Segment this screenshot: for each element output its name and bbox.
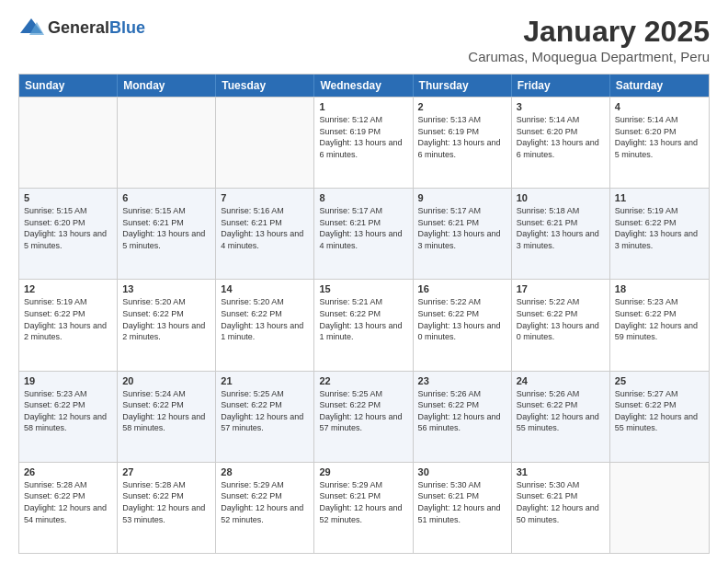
cell-info: Sunrise: 5:30 AM Sunset: 6:21 PM Dayligh… (418, 479, 506, 525)
calendar-cell-day-14: 14Sunrise: 5:20 AM Sunset: 6:22 PM Dayli… (216, 280, 314, 370)
calendar-cell-empty (216, 98, 314, 188)
cell-info: Sunrise: 5:29 AM Sunset: 6:22 PM Dayligh… (221, 479, 309, 525)
calendar-cell-day-31: 31Sunrise: 5:30 AM Sunset: 6:21 PM Dayli… (512, 463, 610, 553)
day-number: 28 (221, 466, 309, 477)
calendar-cell-day-22: 22Sunrise: 5:25 AM Sunset: 6:22 PM Dayli… (314, 372, 413, 462)
logo-blue: Blue (109, 18, 145, 37)
day-number: 8 (319, 192, 407, 203)
day-number: 24 (517, 375, 605, 386)
calendar-cell-empty (610, 463, 709, 553)
header-day-wednesday: Wednesday (314, 75, 413, 97)
page: GeneralBlue January 2025 Carumas, Moqueg… (0, 0, 728, 563)
calendar-cell-day-5: 5Sunrise: 5:15 AM Sunset: 6:20 PM Daylig… (19, 189, 118, 279)
day-number: 14 (221, 283, 309, 294)
calendar-cell-day-21: 21Sunrise: 5:25 AM Sunset: 6:22 PM Dayli… (216, 372, 314, 462)
cell-info: Sunrise: 5:24 AM Sunset: 6:22 PM Dayligh… (122, 388, 210, 434)
day-number: 16 (418, 283, 506, 294)
day-number: 21 (221, 375, 309, 386)
logo: GeneralBlue (18, 15, 145, 40)
cell-info: Sunrise: 5:26 AM Sunset: 6:22 PM Dayligh… (418, 388, 506, 434)
day-number: 15 (319, 283, 407, 294)
calendar-cell-day-13: 13Sunrise: 5:20 AM Sunset: 6:22 PM Dayli… (118, 280, 216, 370)
day-number: 20 (122, 375, 210, 386)
day-number: 25 (615, 375, 704, 386)
header-day-monday: Monday (118, 75, 216, 97)
cell-info: Sunrise: 5:19 AM Sunset: 6:22 PM Dayligh… (24, 296, 112, 342)
calendar-cell-empty (118, 98, 216, 188)
cell-info: Sunrise: 5:16 AM Sunset: 6:21 PM Dayligh… (221, 205, 309, 251)
calendar-cell-day-8: 8Sunrise: 5:17 AM Sunset: 6:21 PM Daylig… (314, 189, 413, 279)
day-number: 17 (517, 283, 605, 294)
day-number: 11 (615, 192, 704, 203)
calendar-row-2: 5Sunrise: 5:15 AM Sunset: 6:20 PM Daylig… (19, 188, 709, 279)
day-number: 26 (24, 466, 112, 477)
calendar-cell-day-19: 19Sunrise: 5:23 AM Sunset: 6:22 PM Dayli… (19, 372, 118, 462)
calendar-row-1: 1Sunrise: 5:12 AM Sunset: 6:19 PM Daylig… (19, 97, 709, 188)
day-number: 13 (122, 283, 210, 294)
day-number: 3 (517, 101, 605, 112)
calendar-cell-day-11: 11Sunrise: 5:19 AM Sunset: 6:22 PM Dayli… (610, 189, 709, 279)
calendar-cell-day-4: 4Sunrise: 5:14 AM Sunset: 6:20 PM Daylig… (610, 98, 709, 188)
cell-info: Sunrise: 5:28 AM Sunset: 6:22 PM Dayligh… (122, 479, 210, 525)
header-day-saturday: Saturday (610, 75, 709, 97)
calendar-cell-day-24: 24Sunrise: 5:26 AM Sunset: 6:22 PM Dayli… (512, 372, 610, 462)
cell-info: Sunrise: 5:22 AM Sunset: 6:22 PM Dayligh… (418, 296, 506, 342)
calendar-cell-day-29: 29Sunrise: 5:29 AM Sunset: 6:21 PM Dayli… (314, 463, 413, 553)
calendar-cell-day-12: 12Sunrise: 5:19 AM Sunset: 6:22 PM Dayli… (19, 280, 118, 370)
day-number: 6 (122, 192, 210, 203)
cell-info: Sunrise: 5:26 AM Sunset: 6:22 PM Dayligh… (517, 388, 605, 434)
cell-info: Sunrise: 5:30 AM Sunset: 6:21 PM Dayligh… (517, 479, 605, 525)
header: GeneralBlue January 2025 Carumas, Moqueg… (18, 15, 710, 64)
day-number: 4 (615, 101, 704, 112)
day-number: 29 (319, 466, 407, 477)
cell-info: Sunrise: 5:15 AM Sunset: 6:21 PM Dayligh… (122, 205, 210, 251)
cell-info: Sunrise: 5:14 AM Sunset: 6:20 PM Dayligh… (517, 114, 605, 160)
calendar-cell-day-10: 10Sunrise: 5:18 AM Sunset: 6:21 PM Dayli… (512, 189, 610, 279)
day-number: 18 (615, 283, 704, 294)
cell-info: Sunrise: 5:25 AM Sunset: 6:22 PM Dayligh… (221, 388, 309, 434)
calendar-row-5: 26Sunrise: 5:28 AM Sunset: 6:22 PM Dayli… (19, 462, 709, 553)
cell-info: Sunrise: 5:20 AM Sunset: 6:22 PM Dayligh… (221, 296, 309, 342)
day-number: 2 (418, 101, 506, 112)
calendar-cell-day-26: 26Sunrise: 5:28 AM Sunset: 6:22 PM Dayli… (19, 463, 118, 553)
day-number: 10 (517, 192, 605, 203)
day-number: 12 (24, 283, 112, 294)
cell-info: Sunrise: 5:23 AM Sunset: 6:22 PM Dayligh… (615, 296, 704, 342)
month-title: January 2025 (468, 15, 710, 49)
calendar-cell-day-2: 2Sunrise: 5:13 AM Sunset: 6:19 PM Daylig… (414, 98, 512, 188)
calendar-cell-day-3: 3Sunrise: 5:14 AM Sunset: 6:20 PM Daylig… (512, 98, 610, 188)
cell-info: Sunrise: 5:17 AM Sunset: 6:21 PM Dayligh… (418, 205, 506, 251)
calendar-body: 1Sunrise: 5:12 AM Sunset: 6:19 PM Daylig… (19, 97, 709, 553)
cell-info: Sunrise: 5:21 AM Sunset: 6:22 PM Dayligh… (319, 296, 407, 342)
calendar-cell-day-1: 1Sunrise: 5:12 AM Sunset: 6:19 PM Daylig… (314, 98, 413, 188)
calendar-cell-day-25: 25Sunrise: 5:27 AM Sunset: 6:22 PM Dayli… (610, 372, 709, 462)
calendar: SundayMondayTuesdayWednesdayThursdayFrid… (18, 74, 710, 554)
calendar-cell-day-20: 20Sunrise: 5:24 AM Sunset: 6:22 PM Dayli… (118, 372, 216, 462)
calendar-cell-day-23: 23Sunrise: 5:26 AM Sunset: 6:22 PM Dayli… (414, 372, 512, 462)
cell-info: Sunrise: 5:17 AM Sunset: 6:21 PM Dayligh… (319, 205, 407, 251)
header-day-tuesday: Tuesday (216, 75, 314, 97)
cell-info: Sunrise: 5:25 AM Sunset: 6:22 PM Dayligh… (319, 388, 407, 434)
day-number: 7 (221, 192, 309, 203)
cell-info: Sunrise: 5:23 AM Sunset: 6:22 PM Dayligh… (24, 388, 112, 434)
cell-info: Sunrise: 5:27 AM Sunset: 6:22 PM Dayligh… (615, 388, 704, 434)
cell-info: Sunrise: 5:22 AM Sunset: 6:22 PM Dayligh… (517, 296, 605, 342)
calendar-cell-day-28: 28Sunrise: 5:29 AM Sunset: 6:22 PM Dayli… (216, 463, 314, 553)
day-number: 1 (319, 101, 407, 112)
logo-icon (18, 15, 44, 40)
cell-info: Sunrise: 5:29 AM Sunset: 6:21 PM Dayligh… (319, 479, 407, 525)
header-day-friday: Friday (512, 75, 610, 97)
title-block: January 2025 Carumas, Moquegua Departmen… (468, 15, 710, 64)
header-day-sunday: Sunday (19, 75, 118, 97)
calendar-row-4: 19Sunrise: 5:23 AM Sunset: 6:22 PM Dayli… (19, 371, 709, 462)
location-title: Carumas, Moquegua Department, Peru (468, 49, 710, 64)
calendar-cell-day-18: 18Sunrise: 5:23 AM Sunset: 6:22 PM Dayli… (610, 280, 709, 370)
day-number: 23 (418, 375, 506, 386)
cell-info: Sunrise: 5:13 AM Sunset: 6:19 PM Dayligh… (418, 114, 506, 160)
calendar-cell-day-30: 30Sunrise: 5:30 AM Sunset: 6:21 PM Dayli… (414, 463, 512, 553)
cell-info: Sunrise: 5:19 AM Sunset: 6:22 PM Dayligh… (615, 205, 704, 251)
day-number: 22 (319, 375, 407, 386)
cell-info: Sunrise: 5:14 AM Sunset: 6:20 PM Dayligh… (615, 114, 704, 160)
calendar-cell-day-27: 27Sunrise: 5:28 AM Sunset: 6:22 PM Dayli… (118, 463, 216, 553)
calendar-cell-day-15: 15Sunrise: 5:21 AM Sunset: 6:22 PM Dayli… (314, 280, 413, 370)
